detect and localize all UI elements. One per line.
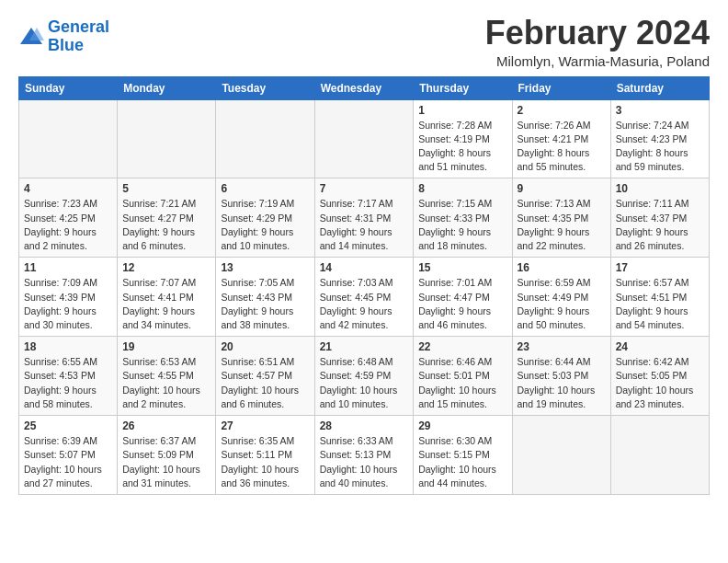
day-number: 20	[221, 340, 309, 353]
day-info: Sunrise: 7:21 AMSunset: 4:27 PMDaylight:…	[122, 197, 210, 253]
calendar-cell	[118, 99, 216, 178]
calendar-cell: 28Sunrise: 6:33 AMSunset: 5:13 PMDayligh…	[314, 416, 414, 495]
weekday-header-saturday: Saturday	[610, 76, 709, 99]
calendar-cell: 4Sunrise: 7:23 AMSunset: 4:25 PMDaylight…	[19, 178, 118, 258]
day-number: 24	[616, 340, 704, 353]
calendar-cell: 10Sunrise: 7:11 AMSunset: 4:37 PMDayligh…	[610, 178, 709, 258]
calendar-table: SundayMondayTuesdayWednesdayThursdayFrid…	[18, 76, 710, 495]
calendar-subtitle: Milomlyn, Warmia-Masuria, Poland	[485, 53, 710, 69]
day-info: Sunrise: 6:35 AMSunset: 5:11 PMDaylight:…	[221, 434, 309, 490]
day-number: 5	[122, 182, 210, 195]
weekday-header-thursday: Thursday	[414, 76, 512, 99]
day-number: 15	[418, 261, 506, 274]
day-info: Sunrise: 6:42 AMSunset: 5:05 PMDaylight:…	[616, 355, 704, 411]
day-number: 12	[122, 261, 210, 274]
day-number: 22	[418, 340, 506, 353]
day-info: Sunrise: 7:05 AMSunset: 4:43 PMDaylight:…	[221, 276, 309, 332]
day-info: Sunrise: 7:13 AMSunset: 4:35 PMDaylight:…	[518, 197, 606, 253]
calendar-cell: 27Sunrise: 6:35 AMSunset: 5:11 PMDayligh…	[216, 416, 314, 495]
calendar-cell: 11Sunrise: 7:09 AMSunset: 4:39 PMDayligh…	[19, 258, 118, 337]
day-info: Sunrise: 7:15 AMSunset: 4:33 PMDaylight:…	[418, 197, 506, 253]
day-number: 28	[320, 419, 409, 432]
calendar-cell: 14Sunrise: 7:03 AMSunset: 4:45 PMDayligh…	[314, 258, 414, 337]
day-info: Sunrise: 7:24 AMSunset: 4:23 PMDaylight:…	[616, 119, 704, 175]
day-info: Sunrise: 6:33 AMSunset: 5:13 PMDaylight:…	[320, 434, 409, 490]
logo-icon	[18, 24, 44, 50]
day-info: Sunrise: 7:11 AMSunset: 4:37 PMDaylight:…	[616, 197, 704, 253]
day-info: Sunrise: 6:51 AMSunset: 4:57 PMDaylight:…	[221, 355, 309, 411]
day-info: Sunrise: 7:17 AMSunset: 4:31 PMDaylight:…	[320, 197, 409, 253]
calendar-cell: 13Sunrise: 7:05 AMSunset: 4:43 PMDayligh…	[216, 258, 314, 337]
weekday-header-friday: Friday	[512, 76, 610, 99]
day-info: Sunrise: 6:37 AMSunset: 5:09 PMDaylight:…	[122, 434, 210, 490]
calendar-title: February 2024	[485, 15, 710, 52]
calendar-cell: 21Sunrise: 6:48 AMSunset: 4:59 PMDayligh…	[314, 337, 414, 416]
day-number: 11	[24, 261, 112, 274]
calendar-cell: 2Sunrise: 7:26 AMSunset: 4:21 PMDaylight…	[512, 99, 610, 178]
day-number: 6	[221, 182, 309, 195]
day-info: Sunrise: 6:55 AMSunset: 4:53 PMDaylight:…	[24, 355, 112, 411]
day-info: Sunrise: 7:26 AMSunset: 4:21 PMDaylight:…	[518, 119, 606, 175]
calendar-cell: 19Sunrise: 6:53 AMSunset: 4:55 PMDayligh…	[118, 337, 216, 416]
calendar-cell: 16Sunrise: 6:59 AMSunset: 4:49 PMDayligh…	[512, 258, 610, 337]
day-info: Sunrise: 6:59 AMSunset: 4:49 PMDaylight:…	[518, 276, 606, 332]
calendar-row-2: 4Sunrise: 7:23 AMSunset: 4:25 PMDaylight…	[19, 178, 710, 258]
day-info: Sunrise: 7:23 AMSunset: 4:25 PMDaylight:…	[24, 197, 112, 253]
calendar-cell: 24Sunrise: 6:42 AMSunset: 5:05 PMDayligh…	[610, 337, 709, 416]
calendar-cell: 22Sunrise: 6:46 AMSunset: 5:01 PMDayligh…	[414, 337, 512, 416]
page-header: General Blue February 2024 Milomlyn, War…	[18, 15, 710, 69]
day-number: 26	[122, 419, 210, 432]
logo-text: General Blue	[48, 18, 109, 55]
calendar-cell: 20Sunrise: 6:51 AMSunset: 4:57 PMDayligh…	[216, 337, 314, 416]
day-info: Sunrise: 7:01 AMSunset: 4:47 PMDaylight:…	[418, 276, 506, 332]
weekday-header-tuesday: Tuesday	[216, 76, 314, 99]
calendar-cell: 7Sunrise: 7:17 AMSunset: 4:31 PMDaylight…	[314, 178, 414, 258]
calendar-cell: 3Sunrise: 7:24 AMSunset: 4:23 PMDaylight…	[610, 99, 709, 178]
day-number: 18	[24, 340, 112, 353]
day-info: Sunrise: 6:30 AMSunset: 5:15 PMDaylight:…	[418, 434, 506, 490]
day-number: 29	[418, 419, 506, 432]
calendar-cell	[216, 99, 314, 178]
calendar-cell: 18Sunrise: 6:55 AMSunset: 4:53 PMDayligh…	[19, 337, 118, 416]
calendar-cell	[19, 99, 118, 178]
calendar-row-5: 25Sunrise: 6:39 AMSunset: 5:07 PMDayligh…	[19, 416, 710, 495]
day-number: 14	[320, 261, 409, 274]
day-number: 9	[518, 182, 606, 195]
day-number: 19	[122, 340, 210, 353]
calendar-cell: 26Sunrise: 6:37 AMSunset: 5:09 PMDayligh…	[118, 416, 216, 495]
calendar-cell: 25Sunrise: 6:39 AMSunset: 5:07 PMDayligh…	[19, 416, 118, 495]
day-number: 10	[616, 182, 704, 195]
day-info: Sunrise: 7:28 AMSunset: 4:19 PMDaylight:…	[418, 119, 506, 175]
day-number: 13	[221, 261, 309, 274]
day-number: 7	[320, 182, 409, 195]
day-number: 23	[518, 340, 606, 353]
day-number: 17	[616, 261, 704, 274]
calendar-row-4: 18Sunrise: 6:55 AMSunset: 4:53 PMDayligh…	[19, 337, 710, 416]
day-number: 16	[518, 261, 606, 274]
weekday-header-wednesday: Wednesday	[314, 76, 414, 99]
calendar-cell: 12Sunrise: 7:07 AMSunset: 4:41 PMDayligh…	[118, 258, 216, 337]
day-number: 8	[418, 182, 506, 195]
day-info: Sunrise: 7:07 AMSunset: 4:41 PMDaylight:…	[122, 276, 210, 332]
day-info: Sunrise: 6:53 AMSunset: 4:55 PMDaylight:…	[122, 355, 210, 411]
day-info: Sunrise: 6:46 AMSunset: 5:01 PMDaylight:…	[418, 355, 506, 411]
day-info: Sunrise: 6:48 AMSunset: 4:59 PMDaylight:…	[320, 355, 409, 411]
day-info: Sunrise: 6:44 AMSunset: 5:03 PMDaylight:…	[518, 355, 606, 411]
day-info: Sunrise: 7:03 AMSunset: 4:45 PMDaylight:…	[320, 276, 409, 332]
calendar-cell: 9Sunrise: 7:13 AMSunset: 4:35 PMDaylight…	[512, 178, 610, 258]
calendar-cell: 5Sunrise: 7:21 AMSunset: 4:27 PMDaylight…	[118, 178, 216, 258]
calendar-cell: 17Sunrise: 6:57 AMSunset: 4:51 PMDayligh…	[610, 258, 709, 337]
day-info: Sunrise: 7:19 AMSunset: 4:29 PMDaylight:…	[221, 197, 309, 253]
calendar-body: 1Sunrise: 7:28 AMSunset: 4:19 PMDaylight…	[19, 99, 710, 494]
logo-line2: Blue	[48, 36, 84, 54]
calendar-cell: 23Sunrise: 6:44 AMSunset: 5:03 PMDayligh…	[512, 337, 610, 416]
calendar-cell: 8Sunrise: 7:15 AMSunset: 4:33 PMDaylight…	[414, 178, 512, 258]
calendar-cell: 1Sunrise: 7:28 AMSunset: 4:19 PMDaylight…	[414, 99, 512, 178]
logo: General Blue	[18, 18, 109, 55]
day-number: 1	[418, 104, 506, 117]
calendar-cell: 15Sunrise: 7:01 AMSunset: 4:47 PMDayligh…	[414, 258, 512, 337]
day-info: Sunrise: 6:57 AMSunset: 4:51 PMDaylight:…	[616, 276, 704, 332]
logo-line1: General	[48, 17, 109, 36]
calendar-cell	[314, 99, 414, 178]
day-number: 25	[24, 419, 112, 432]
